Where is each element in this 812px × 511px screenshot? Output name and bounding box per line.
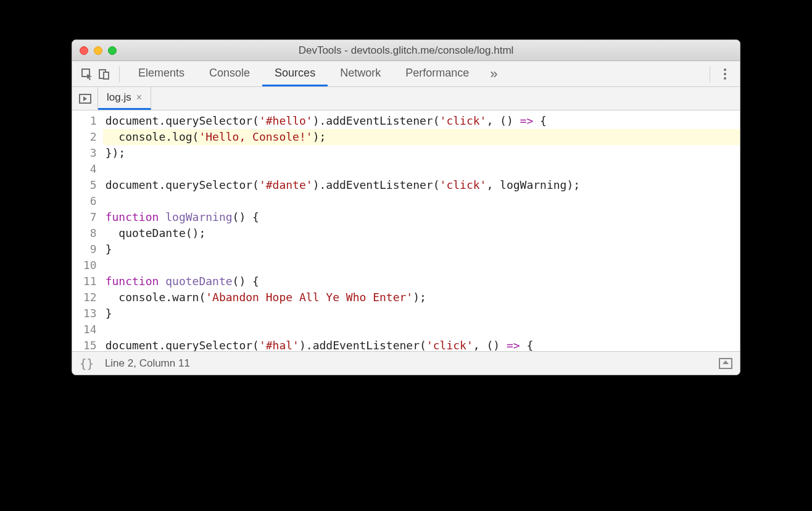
- file-tab-label: log.js: [107, 91, 131, 104]
- pretty-print-icon[interactable]: {}: [80, 357, 94, 370]
- line-number[interactable]: 6: [83, 193, 97, 209]
- line-number[interactable]: 8: [83, 225, 97, 241]
- navigator-toggle-icon[interactable]: [72, 87, 98, 110]
- toggle-drawer-icon[interactable]: [719, 358, 732, 369]
- tab-network[interactable]: Network: [328, 61, 393, 86]
- code-line[interactable]: document.querySelector('#hello').addEven…: [103, 113, 740, 129]
- code-content[interactable]: document.querySelector('#hello').addEven…: [103, 110, 740, 351]
- tab-performance[interactable]: Performance: [393, 61, 481, 86]
- code-line[interactable]: console.warn('Abandon Hope All Ye Who En…: [103, 289, 740, 305]
- code-line[interactable]: [103, 322, 740, 338]
- code-line[interactable]: }: [103, 305, 740, 322]
- more-tabs-button[interactable]: »: [481, 66, 506, 82]
- inspect-element-icon[interactable]: [78, 65, 96, 83]
- line-number[interactable]: 12: [83, 289, 97, 305]
- line-number[interactable]: 5: [83, 177, 97, 193]
- line-number[interactable]: 1: [83, 113, 97, 129]
- window-title: DevTools - devtools.glitch.me/console/lo…: [72, 44, 740, 57]
- line-number[interactable]: 2: [83, 129, 97, 145]
- file-tab-log-js[interactable]: log.js ×: [98, 87, 151, 110]
- zoom-window-button[interactable]: [108, 46, 117, 55]
- line-number-gutter: 123456789101112131415: [72, 110, 103, 351]
- svg-point-3: [724, 69, 726, 71]
- code-line[interactable]: function logWarning() {: [103, 209, 740, 225]
- tab-console[interactable]: Console: [197, 61, 262, 86]
- line-number[interactable]: 9: [83, 241, 97, 257]
- line-number[interactable]: 10: [83, 257, 97, 273]
- code-line[interactable]: console.log('Hello, Console!');: [103, 129, 740, 145]
- svg-point-5: [724, 77, 726, 80]
- toolbar-divider: [710, 66, 710, 82]
- code-line[interactable]: }: [103, 241, 740, 257]
- settings-menu-icon[interactable]: [716, 65, 734, 83]
- line-number[interactable]: 13: [83, 305, 97, 322]
- svg-point-4: [724, 73, 726, 75]
- tab-sources[interactable]: Sources: [262, 61, 328, 86]
- line-number[interactable]: 7: [83, 209, 97, 225]
- status-bar: {} Line 2, Column 11: [72, 351, 740, 375]
- code-line[interactable]: [103, 193, 740, 209]
- window-titlebar: DevTools - devtools.glitch.me/console/lo…: [72, 40, 740, 61]
- cursor-position: Line 2, Column 11: [105, 357, 190, 370]
- sources-subbar: log.js ×: [72, 87, 740, 110]
- line-number[interactable]: 4: [83, 161, 97, 177]
- code-line[interactable]: [103, 161, 740, 177]
- line-number[interactable]: 3: [83, 145, 97, 161]
- panel-tabs: ElementsConsoleSourcesNetworkPerformance: [126, 61, 481, 86]
- line-number[interactable]: 14: [83, 322, 97, 338]
- close-window-button[interactable]: [80, 46, 88, 55]
- code-line[interactable]: });: [103, 145, 740, 161]
- minimize-window-button[interactable]: [94, 46, 102, 55]
- device-toolbar-icon[interactable]: [96, 65, 113, 83]
- code-line[interactable]: quoteDante();: [103, 225, 740, 241]
- code-line[interactable]: function quoteDante() {: [103, 273, 740, 289]
- line-number[interactable]: 11: [83, 273, 97, 289]
- close-file-tab-icon[interactable]: ×: [136, 92, 142, 103]
- toolbar-divider: [119, 66, 120, 82]
- line-number[interactable]: 15: [83, 338, 97, 351]
- code-line[interactable]: document.querySelector('#hal').addEventL…: [103, 338, 740, 351]
- tab-elements[interactable]: Elements: [126, 61, 197, 86]
- code-editor[interactable]: 123456789101112131415 document.querySele…: [72, 110, 740, 351]
- code-line[interactable]: document.querySelector('#dante').addEven…: [103, 177, 740, 193]
- window-controls: [72, 46, 117, 55]
- devtools-window: DevTools - devtools.glitch.me/console/lo…: [72, 39, 740, 375]
- svg-rect-2: [104, 72, 109, 79]
- code-line[interactable]: [103, 257, 740, 273]
- devtools-toolbar: ElementsConsoleSourcesNetworkPerformance…: [72, 61, 740, 87]
